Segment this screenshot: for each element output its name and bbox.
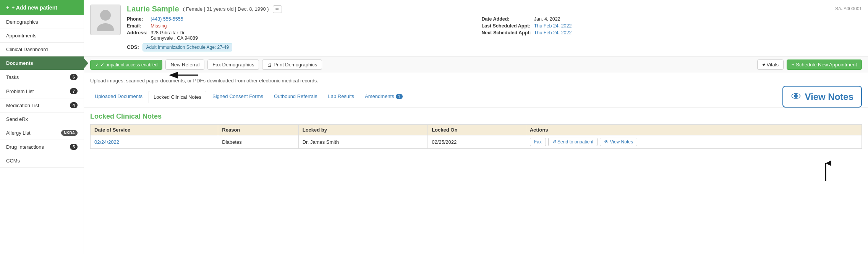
last-appt-value[interactable]: Thu Feb 24, 2022 [534, 23, 862, 29]
sidebar-item-label: Drug Interactions [6, 144, 44, 150]
address-label: Address: [127, 30, 147, 41]
email-value: Missing [151, 23, 478, 29]
patient-id: SAJA000001 [835, 6, 862, 11]
table-header-reason: Reason [218, 125, 298, 135]
add-patient-label: + Add new patient [11, 5, 57, 11]
sidebar-badge: NKDA [61, 130, 78, 136]
sidebar-item-label: Appointments [6, 33, 37, 39]
sidebar-item-ccms[interactable]: CCMs [0, 154, 84, 168]
patient-avatar [90, 5, 121, 35]
cds-row: CDS: Adult Immunization Schedule Age: 27… [127, 43, 862, 51]
svg-point-2 [97, 23, 114, 31]
next-appt-value[interactable]: Thu Feb 24, 2022 [534, 30, 862, 41]
table-actions-cell: Fax↺ Send to onpatient👁 View Notes [526, 135, 862, 149]
sidebar-badge: 4 [70, 102, 78, 108]
plus-icon: + [6, 5, 9, 11]
tab-badge: 1 [396, 94, 403, 99]
sidebar-item-problem-list[interactable]: Problem List7 [0, 84, 84, 98]
schedule-appointment-button[interactable]: + Schedule New Appointment [787, 59, 862, 70]
address-value: 328 Gibraltar Dr Sunnyvale , CA 94089 [151, 30, 478, 41]
sidebar-item-label: Allergy List [6, 130, 31, 136]
svg-point-1 [100, 10, 111, 21]
tab-uploaded-documents[interactable]: Uploaded Documents [90, 90, 147, 103]
locked-notes-section: Locked Clinical Notes Date of ServiceRea… [84, 108, 868, 153]
table-row: 02/24/2022DiabetesDr. James Smith02/25/2… [91, 135, 862, 149]
documents-tabs: Uploaded DocumentsLocked Clinical NotesS… [84, 86, 868, 108]
sidebar-item-send-erx[interactable]: Send eRx [0, 113, 84, 126]
sidebar-badge: 5 [70, 144, 78, 150]
sidebar-item-label: Send eRx [6, 116, 28, 122]
patient-info: Laurie Sample ( Female | 31 years old | … [127, 5, 862, 51]
sidebar-item-documents[interactable]: Documents [0, 56, 84, 70]
table-header-date-of-service: Date of Service [91, 125, 218, 135]
sidebar-item-label: Documents [6, 60, 33, 66]
patient-details-grid: Phone: (443) 555-5555 Date Added: Jan. 4… [127, 16, 862, 41]
cds-badge[interactable]: Adult Immunization Schedule Age: 27-49 [143, 43, 232, 51]
tab-lab-results[interactable]: Lab Results [323, 90, 359, 103]
sidebar-item-appointments[interactable]: Appointments [0, 29, 84, 43]
patient-name-row: Laurie Sample ( Female | 31 years old | … [127, 5, 862, 13]
sidebar-item-medication-list[interactable]: Medication List4 [0, 98, 84, 113]
edit-patient-button[interactable]: ✏ [273, 5, 282, 13]
sidebar-item-label: CCMs [6, 158, 20, 164]
sidebar-item-tasks[interactable]: Tasks6 [0, 70, 84, 84]
view-notes-callout[interactable]: 👁 View Notes [782, 86, 862, 108]
address-line1[interactable]: 328 Gibraltar Dr [151, 30, 185, 35]
arrow-annotation [167, 69, 202, 82]
add-patient-button[interactable]: + + Add new patient [0, 0, 84, 15]
check-icon: ✓ [95, 62, 99, 68]
table-header-actions: Actions [526, 125, 862, 135]
email-label: Email: [127, 23, 147, 29]
phone-label: Phone: [127, 16, 147, 22]
date-added-label: Date Added: [481, 16, 531, 22]
sidebar-item-label: Demographics [6, 19, 38, 25]
main-panel: Laurie Sample ( Female | 31 years old | … [84, 0, 868, 254]
cds-label: CDS: [127, 44, 139, 50]
onpatient-label: ✓ onpatient access enabled [100, 62, 157, 68]
table-header-locked-on: Locked On [428, 125, 526, 135]
next-appt-label: Next Scheduled Appt: [481, 30, 531, 41]
main-content-wrapper: Laurie Sample ( Female | 31 years old | … [84, 0, 868, 254]
action-fax-button[interactable]: Fax [530, 138, 546, 146]
patient-header: Laurie Sample ( Female | 31 years old | … [84, 0, 868, 56]
sidebar-item-label: Problem List [6, 88, 34, 94]
sidebar-badge: 6 [70, 74, 78, 80]
sidebar-item-label: Clinical Dashboard [6, 47, 48, 52]
address-line2[interactable]: Sunnyvale , CA 94089 [151, 35, 198, 41]
phone-value[interactable]: (443) 555-5555 [151, 16, 478, 22]
action-send-to-onpatient-button[interactable]: ↺ Send to onpatient [548, 138, 598, 146]
table-cell: 02/25/2022 [428, 135, 526, 149]
fax-demographics-button[interactable]: Fax Demographics [207, 59, 259, 70]
vitals-button[interactable]: ♥ Vitals [757, 59, 784, 70]
tab-signed-consent-forms[interactable]: Signed Consent Forms [208, 90, 268, 103]
sidebar-item-allergy-list[interactable]: Allergy ListNKDA [0, 126, 84, 140]
sidebar-item-label: Medication List [6, 103, 39, 108]
tab-outbound-referrals[interactable]: Outbound Referrals [269, 90, 322, 103]
patient-name: Laurie Sample [127, 5, 179, 13]
avatar-icon [96, 8, 115, 31]
sidebar: + + Add new patient DemographicsAppointm… [0, 0, 84, 254]
view-notes-callout-text: View Notes [805, 92, 853, 102]
locked-notes-title: Locked Clinical Notes [90, 113, 862, 121]
table-cell[interactable]: 02/24/2022 [91, 135, 218, 149]
table-cell: Dr. James Smith [298, 135, 428, 149]
date-added-value: Jan. 4, 2022 [534, 16, 862, 22]
tab-locked-clinical-notes[interactable]: Locked Clinical Notes [149, 91, 206, 103]
sidebar-item-demographics[interactable]: Demographics [0, 15, 84, 29]
sidebar-item-drug-interactions[interactable]: Drug Interactions5 [0, 140, 84, 154]
onpatient-access-button[interactable]: ✓ ✓ onpatient access enabled [90, 60, 162, 70]
new-referral-button[interactable]: New Referral [165, 59, 204, 70]
sidebar-badge: 7 [70, 88, 78, 94]
action-view-notes-button[interactable]: 👁 View Notes [600, 138, 637, 146]
eye-icon: 👁 [791, 90, 802, 103]
print-demographics-button[interactable]: 🖨 Print Demographics [262, 59, 322, 70]
tab-amendments[interactable]: Amendments1 [360, 90, 407, 103]
patient-meta: ( Female | 31 years old | Dec. 8, 1990 ) [183, 6, 269, 12]
table-header-locked-by: Locked by [298, 125, 428, 135]
locked-notes-table: Date of ServiceReasonLocked byLocked OnA… [90, 124, 862, 149]
table-cell: Diabetes [218, 135, 298, 149]
sidebar-item-clinical-dashboard[interactable]: Clinical Dashboard [0, 43, 84, 56]
last-appt-label: Last Scheduled Appt: [481, 23, 531, 29]
sidebar-item-label: Tasks [6, 74, 19, 80]
